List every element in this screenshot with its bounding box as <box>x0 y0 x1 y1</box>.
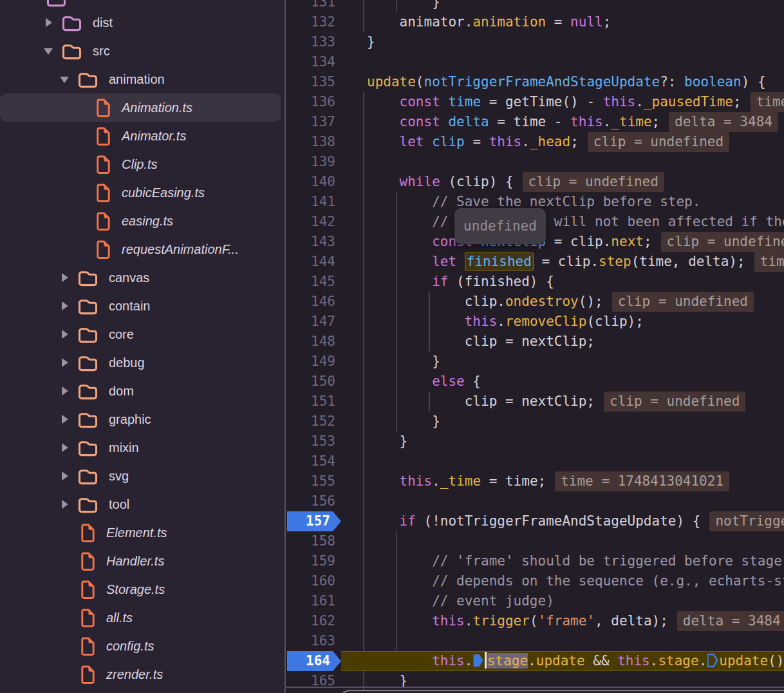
token: } <box>367 0 440 10</box>
tree-item-tool[interactable]: tool <box>0 490 285 518</box>
code-line-138[interactable]: 138 let clip = this._head;clip = undefin… <box>286 132 784 152</box>
code-line-164[interactable]: 164 this.stage.update && this.stage.upda… <box>286 651 784 671</box>
token: step <box>599 254 631 269</box>
code-line-163[interactable]: 163 <box>286 631 784 651</box>
token: = time; <box>481 473 546 489</box>
file-tree: distsrcanimationAnimation.tsAnimator.tsC… <box>0 8 285 688</box>
code-line-158[interactable]: 158 <box>286 531 784 551</box>
code-line-148[interactable]: 148 clip = nextClip; <box>286 332 784 352</box>
chevron-right-icon[interactable] <box>60 443 69 452</box>
code-line-132[interactable]: 132 animator.animation = null; <box>286 12 784 32</box>
token <box>440 114 449 129</box>
chevron-right-icon[interactable] <box>60 386 69 395</box>
chevron-down-icon[interactable] <box>60 75 69 84</box>
tree-item-src[interactable]: src <box>0 37 285 65</box>
debug-widget-top[interactable] <box>339 690 784 693</box>
code-line-139[interactable]: 139 <box>286 152 784 172</box>
tree-item-debug[interactable]: debug <box>0 348 285 377</box>
tree-item-label: src <box>93 44 110 59</box>
indent-guide <box>363 152 364 172</box>
folder-icon <box>78 383 98 400</box>
code-text: } <box>367 32 375 52</box>
code-text: } <box>367 432 407 451</box>
code-pane: 131 }132 animator.animation = null;133}1… <box>286 0 784 691</box>
token <box>424 134 433 149</box>
tree-item-dom[interactable]: dom <box>0 377 285 405</box>
tree-item-requestanimationf-[interactable]: requestAnimationF... <box>0 235 285 263</box>
tree-item-easing-ts[interactable]: easing.ts <box>0 207 285 235</box>
code-line-133[interactable]: 133} <box>286 32 784 52</box>
token: { <box>465 374 481 389</box>
tree-item-animation[interactable]: animation <box>0 65 285 93</box>
tree-item-contain[interactable]: contain <box>0 292 285 320</box>
token: (); <box>768 653 784 669</box>
selected-word: stage <box>487 653 528 669</box>
token: const <box>367 94 440 109</box>
code-line-135[interactable]: 135update(notTriggerFrameAndStageUpdate?… <box>286 72 784 92</box>
tree-item-storage-ts[interactable]: Storage.ts <box>0 575 285 603</box>
tree-item-dist[interactable]: dist <box>0 8 285 37</box>
debug-line-badge[interactable]: 164 <box>287 651 341 671</box>
tree-item-mixin[interactable]: mixin <box>0 433 285 462</box>
code-line-150[interactable]: 150 else { <box>286 372 784 392</box>
code-line-160[interactable]: 160 // depends on the sequence (e.g., ec… <box>286 571 784 591</box>
tree-item-clip-ts[interactable]: Clip.ts <box>0 150 285 178</box>
chevron-right-icon[interactable] <box>60 273 69 282</box>
code-line-145[interactable]: 145 if (finished) { <box>286 272 784 292</box>
line-number: 139 <box>286 152 335 172</box>
code-line-162[interactable]: 162 this.trigger('frame', delta);delta =… <box>286 611 784 631</box>
tree-item-animator-ts[interactable]: Animator.ts <box>0 122 285 150</box>
code-line-146[interactable]: 146 clip.ondestroy();clip = undefined <box>286 292 784 312</box>
token: else <box>367 374 465 389</box>
code-line-154[interactable]: 154 <box>286 451 784 471</box>
code-line-137[interactable]: 137 const delta = time - this._time;delt… <box>286 112 784 132</box>
code-line-156[interactable]: 156 <box>286 491 784 511</box>
inline-breakpoint-hollow-icon[interactable] <box>707 653 718 668</box>
token: this <box>367 473 432 489</box>
token: . <box>432 473 440 489</box>
tree-item-all-ts[interactable]: all.ts <box>0 603 285 632</box>
chevron-right-icon[interactable] <box>60 301 69 310</box>
tree-item-zrender-ts[interactable]: zrender.ts <box>0 660 285 688</box>
code-line-147[interactable]: 147 this.removeClip(clip); <box>286 312 784 332</box>
tree-item-element-ts[interactable]: Element.ts <box>0 518 285 547</box>
code-line-155[interactable]: 155 this._time = time;time = 17484130410… <box>286 471 784 491</box>
code-line-131[interactable]: 131 } <box>286 0 784 12</box>
code-line-149[interactable]: 149 } <box>286 352 784 372</box>
inline-breakpoint-icon[interactable] <box>473 653 484 668</box>
code-line-165[interactable]: 165 } <box>286 671 784 691</box>
chevron-right-icon[interactable] <box>44 18 53 27</box>
chevron-right-icon[interactable] <box>60 330 69 339</box>
tree-item-animation-ts[interactable]: Animation.ts <box>0 93 281 122</box>
tree-item-handler-ts[interactable]: Handler.ts <box>0 547 285 575</box>
code-line-161[interactable]: 161 // event judge) <box>286 591 784 611</box>
tree-item-config-ts[interactable]: config.ts <box>0 632 285 660</box>
line-number: 158 <box>286 531 335 551</box>
tree-item-svg[interactable]: svg <box>0 462 285 490</box>
code-line-134[interactable]: 134 <box>286 52 784 72</box>
code-line-157[interactable]: 157 if (!notTriggerFrameAndStageUpdate) … <box>286 511 784 531</box>
chevron-right-icon[interactable] <box>60 415 69 424</box>
code-line-153[interactable]: 153 } <box>286 432 784 451</box>
code-line-136[interactable]: 136 const time = getTime() - this._pause… <box>286 92 784 112</box>
chevron-right-icon[interactable] <box>60 358 69 367</box>
code-line-151[interactable]: 151 clip = nextClip;clip = undefined <box>286 392 784 412</box>
tree-item-graphic[interactable]: graphic <box>0 405 285 433</box>
code-line-140[interactable]: 140 while (clip) {clip = undefined <box>286 172 784 192</box>
token: . <box>699 653 707 669</box>
chevron-right-icon[interactable] <box>60 471 69 480</box>
line-number: 133 <box>286 32 335 52</box>
chevron-down-icon[interactable] <box>44 46 53 55</box>
tree-item-core[interactable]: core <box>0 320 285 348</box>
code-line-152[interactable]: 152 } <box>286 412 784 432</box>
code-line-144[interactable]: 144 let finished = clip.step(time, delta… <box>286 252 784 272</box>
chevron-right-icon[interactable] <box>60 500 69 509</box>
tree-item-label: svg <box>109 469 129 484</box>
code-editor[interactable]: 131 }132 animator.animation = null;133}1… <box>286 0 784 693</box>
tree-item-canvas[interactable]: canvas <box>0 263 285 292</box>
code-text: while (clip) {clip = undefined <box>367 172 664 192</box>
debug-line-badge[interactable]: 157 <box>287 511 341 531</box>
tree-item-cubiceasing-ts[interactable]: cubicEasing.ts <box>0 178 285 207</box>
token: this <box>367 653 465 669</box>
code-line-159[interactable]: 159 // 'frame' should be triggered befor… <box>286 551 784 571</box>
